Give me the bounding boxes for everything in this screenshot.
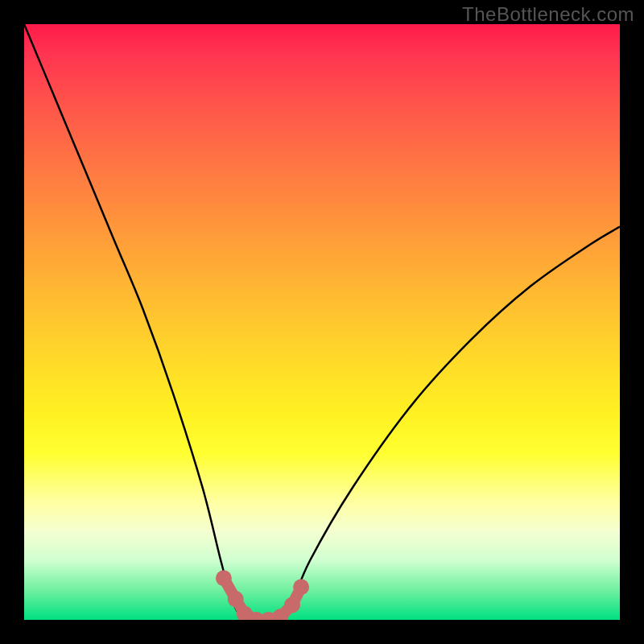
attribution-text: TheBottleneck.com xyxy=(462,3,634,26)
curve-markers xyxy=(216,570,309,620)
marker-dot xyxy=(228,591,244,607)
bottleneck-curve xyxy=(24,24,620,620)
marker-dot xyxy=(216,570,232,586)
marker-dot xyxy=(284,597,300,613)
chart-plot-area xyxy=(24,24,620,620)
marker-dot xyxy=(293,579,309,595)
chart-svg xyxy=(24,24,620,620)
